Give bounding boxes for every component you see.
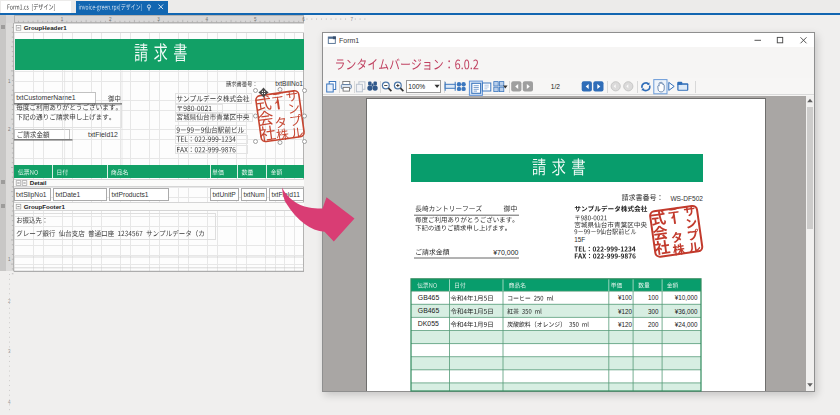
svg-text:6: 6 bbox=[302, 17, 305, 22]
svg-text:5: 5 bbox=[254, 17, 257, 22]
svg-text:2: 2 bbox=[8, 127, 11, 132]
svg-text:4: 4 bbox=[8, 400, 11, 405]
svg-text:3: 3 bbox=[157, 17, 160, 22]
svg-text:1: 1 bbox=[8, 257, 11, 262]
svg-text:2: 2 bbox=[109, 17, 112, 22]
svg-text:7: 7 bbox=[351, 17, 354, 22]
svg-text:4: 4 bbox=[206, 17, 209, 22]
svg-text:2: 2 bbox=[8, 299, 11, 304]
svg-text:1: 1 bbox=[61, 17, 64, 22]
svg-text:1: 1 bbox=[8, 79, 11, 84]
svg-text:3: 3 bbox=[8, 349, 11, 354]
